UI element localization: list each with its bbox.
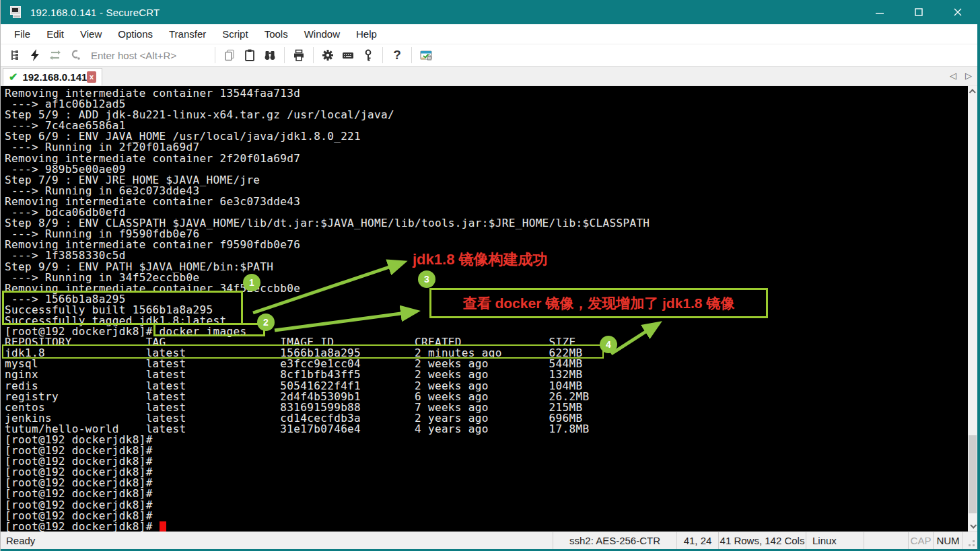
window-title: 192.168.0.141 - SecureCRT [30, 7, 160, 18]
help-icon[interactable]: ? [387, 46, 407, 65]
gear-icon[interactable] [318, 46, 338, 65]
maximize-button[interactable] [899, 0, 938, 24]
close-button[interactable] [938, 0, 977, 24]
menu-bar: FileEditViewOptionsTransferScriptToolsWi… [1, 24, 977, 44]
menu-transfer[interactable]: Transfer [161, 24, 214, 44]
tab-bar: ✔ 192.168.0.141 x ◁ ▷ [1, 67, 977, 86]
menu-script[interactable]: Script [214, 24, 256, 44]
scroll-up-icon[interactable] [968, 86, 977, 98]
keyboard-icon[interactable] [338, 46, 358, 65]
toolbar-separator [411, 47, 412, 63]
toolbar-separator [215, 47, 215, 63]
securecrt-window: 192.168.0.141 - SecureCRT FileEditViewOp… [0, 0, 980, 551]
status-protocol: ssh2: AES-256-CTR [553, 532, 676, 549]
toolbar-separator [284, 47, 285, 63]
tab-label: 192.168.0.141 [22, 71, 87, 83]
find-icon[interactable] [260, 46, 280, 65]
menu-file[interactable]: File [6, 24, 38, 44]
minimize-button[interactable] [860, 0, 899, 24]
toolbar-separator [313, 47, 314, 63]
tab-scroll-left-icon[interactable]: ◁ [950, 71, 956, 81]
status-emulation: Linux [806, 532, 864, 549]
reconnect-icon[interactable] [45, 46, 65, 65]
status-terminal-size: 41 Rows, 142 Cols [718, 532, 806, 549]
menu-tools[interactable]: Tools [256, 24, 296, 44]
status-blank [864, 532, 908, 549]
terminal-cursor [160, 521, 166, 531]
terminal-scrollbar[interactable] [968, 86, 977, 531]
menu-view[interactable]: View [72, 24, 110, 44]
tab-close-button[interactable]: x [87, 71, 96, 83]
status-cursor-position: 41, 24 [676, 532, 718, 549]
menu-help[interactable]: Help [348, 24, 385, 44]
status-caps-indicator: CAP [908, 532, 933, 549]
title-bar: 192.168.0.141 - SecureCRT [1, 0, 977, 24]
quick-connect-icon[interactable] [25, 46, 45, 65]
menu-options[interactable]: Options [110, 24, 161, 44]
resize-grip[interactable] [963, 532, 977, 549]
menu-window[interactable]: Window [296, 24, 348, 44]
paste-icon[interactable] [240, 46, 260, 65]
status-num-indicator: NUM [933, 532, 963, 549]
terminal-text: Removing intermediate container 13544faa… [1, 86, 968, 531]
disconnect-icon[interactable] [65, 46, 85, 65]
host-input[interactable]: Enter host <Alt+R> [85, 50, 211, 61]
session-options-icon[interactable] [416, 46, 436, 65]
tab-scroll-right-icon[interactable]: ▷ [965, 71, 972, 81]
copy-icon[interactable] [219, 46, 240, 65]
terminal-area[interactable]: Removing intermediate container 13544faa… [1, 86, 977, 531]
status-ready: Ready [1, 532, 553, 549]
menu-edit[interactable]: Edit [38, 24, 72, 44]
print-icon[interactable] [289, 46, 309, 65]
toolbar-separator [382, 47, 383, 63]
app-icon [10, 6, 24, 18]
scroll-down-icon[interactable] [968, 520, 977, 531]
connected-check-icon: ✔ [9, 71, 18, 83]
session-manager-icon[interactable] [5, 46, 25, 65]
tab-session-192-168-0-141[interactable]: ✔ 192.168.0.141 x [3, 68, 102, 85]
toolbar: Enter host <Alt+R> ? [1, 44, 977, 67]
scrollbar-thumb[interactable] [969, 435, 977, 513]
status-bar: Ready ssh2: AES-256-CTR 41, 24 41 Rows, … [1, 531, 977, 549]
key-icon[interactable] [358, 46, 378, 65]
